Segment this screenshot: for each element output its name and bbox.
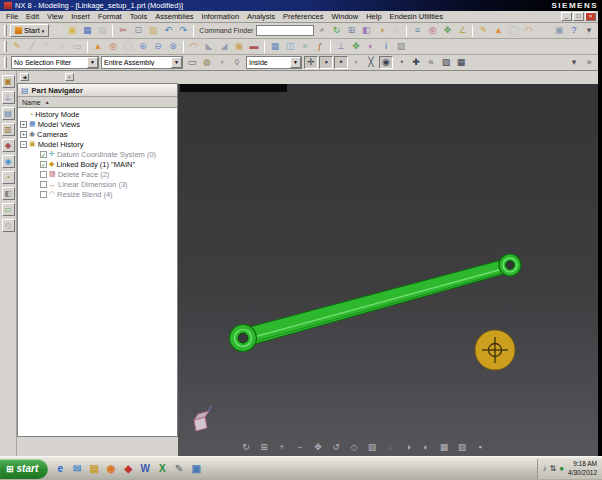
shell-icon[interactable]: ▣: [232, 40, 246, 53]
measure-distance-icon[interactable]: ∠: [455, 24, 469, 37]
toolbar-grip[interactable]: [4, 57, 7, 68]
selection-scope-combo[interactable]: Entire Assembly ▼: [101, 56, 183, 69]
tree-row-datum-coordinate-system-0[interactable]: ✓✛Datum Coordinate System (0): [18, 149, 177, 159]
highlight-selection-icon[interactable]: ◍: [200, 56, 214, 69]
restore-button[interactable]: □: [573, 12, 584, 21]
layer-settings-icon[interactable]: ≡: [410, 24, 424, 37]
menu-information[interactable]: Information: [198, 12, 244, 21]
tree-row-linear-dimension-3[interactable]: ↔Linear Dimension (3): [18, 179, 177, 189]
pattern-feature-icon[interactable]: ▦: [268, 40, 282, 53]
nx-application-icon[interactable]: ◆: [121, 462, 135, 476]
save-icon[interactable]: ▦: [80, 24, 94, 37]
point-on-curve-icon[interactable]: ≈: [424, 56, 438, 69]
menu-view[interactable]: View: [43, 12, 67, 21]
general-selection-filter-icon[interactable]: ▭: [185, 56, 199, 69]
new-icon[interactable]: ▢: [50, 24, 64, 37]
show-hide-icon[interactable]: ◎: [425, 24, 439, 37]
studio-render-icon[interactable]: ◐: [420, 442, 432, 452]
assembly-navigator-icon[interactable]: ▣: [2, 75, 15, 88]
intersection-point-icon[interactable]: ╳: [364, 56, 378, 69]
shaded-view-icon[interactable]: ◑: [374, 24, 388, 37]
expander-icon[interactable]: +: [20, 121, 27, 128]
control-point-icon[interactable]: ◦: [349, 56, 363, 69]
move-component-icon[interactable]: ✥: [349, 40, 363, 53]
toolbar-grip[interactable]: [4, 25, 7, 36]
existing-point-icon[interactable]: ✚: [409, 56, 423, 69]
menu-edit[interactable]: Edit: [22, 12, 43, 21]
chevron-down-icon[interactable]: ▼: [290, 57, 301, 68]
history-palette-icon[interactable]: ◔: [2, 171, 15, 184]
revolve-icon[interactable]: ◎: [106, 40, 120, 53]
roles-icon[interactable]: ▭: [2, 203, 15, 216]
tree-row-cameras[interactable]: +◉Cameras: [18, 129, 177, 139]
suppress-checkbox[interactable]: [40, 171, 47, 178]
show-desktop-icon[interactable]: ▣: [189, 462, 203, 476]
windows-start-button[interactable]: ⊞ start: [0, 459, 48, 479]
chevron-down-icon[interactable]: ▼: [171, 57, 182, 68]
menu-tools[interactable]: Tools: [126, 12, 152, 21]
security-center-icon[interactable]: ●: [559, 464, 564, 473]
linkage-part[interactable]: [230, 254, 522, 352]
face-edges-icon[interactable]: ▦: [438, 442, 450, 452]
shaded-icon[interactable]: ◑: [402, 442, 414, 452]
suppress-checkbox[interactable]: [40, 191, 47, 198]
network-icon[interactable]: ⇅: [550, 464, 557, 473]
hole-icon[interactable]: ◯: [506, 24, 520, 37]
expressions-icon[interactable]: ƒ: [313, 40, 327, 53]
toolbar-options-icon[interactable]: ▾: [582, 24, 596, 37]
start-menu-button[interactable]: Start ▾: [10, 24, 49, 37]
sketch-in-task-icon[interactable]: ✎: [10, 40, 24, 53]
file-explorer-icon[interactable]: ▤: [87, 462, 101, 476]
window-switch-icon[interactable]: ▣: [552, 24, 566, 37]
reuse-library-icon[interactable]: ▥: [2, 123, 15, 136]
chevron-down-icon[interactable]: ▼: [87, 57, 98, 68]
move-object-icon[interactable]: ✥: [440, 24, 454, 37]
intersect-icon[interactable]: ⊗: [166, 40, 180, 53]
minimize-button[interactable]: _: [561, 12, 572, 21]
hd3d-tools-icon[interactable]: ◆: [2, 139, 15, 152]
expander-icon[interactable]: +: [20, 131, 27, 138]
tree-row-linked-body-1-main[interactable]: ✓◆Linked Body (1) "MAIN": [18, 159, 177, 169]
copy-icon[interactable]: ⊡: [131, 24, 145, 37]
edit-object-display-icon[interactable]: ◐: [364, 40, 378, 53]
command-finder-input[interactable]: [256, 25, 314, 36]
zoom-out-icon[interactable]: −: [294, 442, 306, 452]
interior-edges-icon[interactable]: ◊: [230, 56, 244, 69]
close-button[interactable]: ×: [585, 12, 596, 21]
line-icon[interactable]: ╱: [25, 40, 39, 53]
suppress-checkbox[interactable]: ✓: [40, 151, 47, 158]
object-information-icon[interactable]: i: [379, 40, 393, 53]
lock-rotation-icon[interactable]: ▪: [474, 442, 486, 452]
menu-file[interactable]: File: [2, 12, 22, 21]
sketch-icon[interactable]: ✎: [476, 24, 490, 37]
perspective-icon[interactable]: ◇: [348, 442, 360, 452]
trim-body-icon[interactable]: ▬: [247, 40, 261, 53]
expander-icon[interactable]: −: [20, 141, 27, 148]
unite-icon[interactable]: ⊕: [136, 40, 150, 53]
suppress-checkbox[interactable]: [40, 181, 47, 188]
tree-row-delete-face-2[interactable]: ▨Delete Face (2): [18, 169, 177, 179]
extrude-feature-icon[interactable]: ▲: [91, 40, 105, 53]
arc-icon[interactable]: ◜: [40, 40, 54, 53]
inside-combo[interactable]: Inside ▼: [246, 56, 302, 69]
media-player-icon[interactable]: ◉: [104, 462, 118, 476]
snapshot-view-icon[interactable]: ▧: [366, 442, 378, 452]
fit-view-icon[interactable]: ⊞: [258, 442, 270, 452]
word-processor-icon[interactable]: W: [138, 462, 152, 476]
assembly-constraints-icon[interactable]: ⊥: [334, 40, 348, 53]
volume-icon[interactable]: ♪: [543, 464, 547, 473]
arc-center-icon[interactable]: ◉: [379, 56, 393, 69]
menu-endesin-utilities[interactable]: Endesin Utilities: [386, 12, 447, 21]
suppress-checkbox[interactable]: ✓: [40, 161, 47, 168]
name-column-header[interactable]: Name ▲: [18, 97, 177, 108]
system-materials-icon[interactable]: ◧: [2, 187, 15, 200]
point-on-face-icon[interactable]: ▨: [439, 56, 453, 69]
cut-icon[interactable]: ✂: [116, 24, 130, 37]
fit-view-icon[interactable]: ⊞: [344, 24, 358, 37]
taskbar-clock[interactable]: 9:18 AM 4/30/2012: [568, 460, 597, 476]
open-icon[interactable]: ▣: [65, 24, 79, 37]
toolbar-grip[interactable]: [4, 41, 7, 52]
menu-assemblies[interactable]: Assemblies: [151, 12, 197, 21]
tree-row-history-mode[interactable]: ◔History Mode: [18, 109, 177, 119]
refresh-view-icon[interactable]: ↻: [240, 442, 252, 452]
